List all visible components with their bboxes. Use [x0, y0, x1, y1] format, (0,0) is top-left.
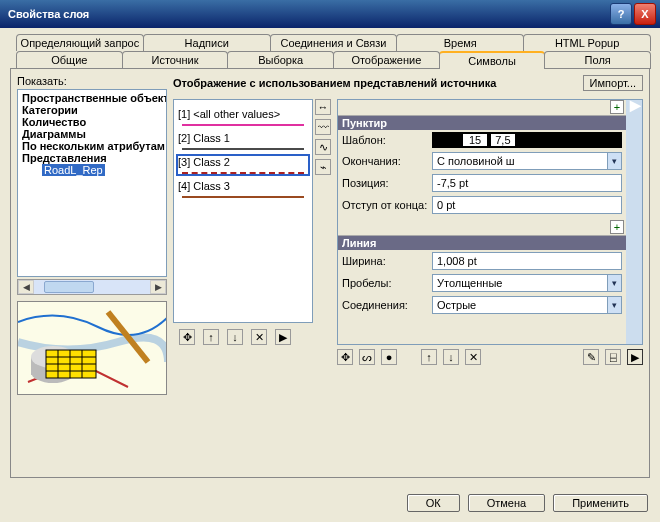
joins-field[interactable]: ▾ — [432, 296, 622, 314]
show-label: Показать: — [17, 75, 167, 87]
rule-item-1[interactable]: [1] <all other values> — [178, 108, 308, 126]
add-section2-button[interactable]: + — [610, 220, 624, 234]
position-field[interactable] — [432, 174, 622, 192]
tree-item-charts[interactable]: Диаграммы — [20, 128, 164, 140]
tree-item-quantities[interactable]: Количество — [20, 116, 164, 128]
tool-effect1[interactable]: ᔕ — [359, 349, 375, 365]
dropdown-icon[interactable]: ▾ — [607, 153, 621, 169]
rule-up-button[interactable]: ↑ — [203, 329, 219, 345]
rule-item-2[interactable]: [2] Class 1 — [178, 132, 308, 150]
tree-item-features[interactable]: Пространственные объекты — [20, 92, 164, 104]
rule-item-4[interactable]: [4] Class 3 — [178, 180, 308, 198]
layer-tool-2[interactable]: 〰 — [315, 119, 331, 135]
tree-subitem-roadl[interactable]: RoadL_Rep — [42, 164, 105, 176]
dropdown-icon[interactable]: ▾ — [607, 275, 621, 291]
scroll-left-icon[interactable]: ◀ — [18, 280, 34, 294]
template-field[interactable]: 15 7,5 — [432, 132, 622, 148]
rules-list[interactable]: [1] <all other values> [2] Class 1 [3] C… — [173, 99, 313, 323]
gaps-field[interactable]: ▾ — [432, 274, 622, 292]
panel-heading: Отображение с использованием представлен… — [173, 77, 583, 89]
tree-item-representations[interactable]: Представления — [20, 152, 164, 164]
layer-tool-4[interactable]: ⌁ — [315, 159, 331, 175]
template-label: Шаблон: — [342, 134, 432, 146]
width-label: Ширина: — [342, 255, 432, 267]
titlebar: Свойства слоя ? X — [0, 0, 660, 28]
tab-fields[interactable]: Поля — [544, 51, 651, 69]
dropdown-icon[interactable]: ▾ — [607, 297, 621, 313]
gaps-label: Пробелы: — [342, 277, 432, 289]
rule-2-swatch — [182, 148, 304, 150]
ok-button[interactable]: ОК — [407, 494, 460, 512]
joins-label: Соединения: — [342, 299, 432, 311]
scroll-thumb[interactable] — [44, 281, 94, 293]
tree-item-multiattr[interactable]: По нескольким атрибутам — [20, 140, 164, 152]
layer-tool-1[interactable]: ↔ — [315, 99, 331, 115]
tool-effect2[interactable]: ● — [381, 349, 397, 365]
tabs-row-lower: Общие Источник Выборка Отображение Симво… — [16, 51, 650, 69]
tabs-row-upper: Определяющий запрос Надписи Соединения и… — [16, 34, 650, 51]
tool-up-button[interactable]: ↑ — [421, 349, 437, 365]
layer-tool-3[interactable]: ∿ — [315, 139, 331, 155]
rule-down-button[interactable]: ↓ — [227, 329, 243, 345]
pencil-icon[interactable]: ✎ — [583, 349, 599, 365]
cancel-button[interactable]: Отмена — [468, 494, 545, 512]
tree-item-categories[interactable]: Категории — [20, 104, 164, 116]
tab-html-popup[interactable]: HTML Popup — [523, 34, 651, 51]
tab-joins[interactable]: Соединения и Связи — [270, 34, 398, 51]
props-scrollbar[interactable] — [626, 100, 642, 344]
width-field[interactable] — [432, 252, 622, 270]
offset-field[interactable] — [432, 196, 622, 214]
offset-label: Отступ от конца: — [342, 199, 432, 211]
tree-scrollbar[interactable]: ◀ ▶ — [17, 279, 167, 295]
endings-field[interactable]: ▾ — [432, 152, 622, 170]
window-title: Свойства слоя — [8, 8, 608, 20]
tab-symbols[interactable]: Символы — [439, 51, 546, 69]
tool-delete-button[interactable]: ✕ — [465, 349, 481, 365]
import-button[interactable]: Импорт... — [583, 75, 643, 91]
tab-selection[interactable]: Выборка — [227, 51, 334, 69]
section-dashes-title: Пунктир — [342, 117, 387, 129]
tab-labels[interactable]: Надписи — [143, 34, 271, 51]
section-line-title: Линия — [342, 237, 376, 249]
add-section1-button[interactable]: + — [610, 100, 624, 114]
tool-add-layer[interactable]: ✥ — [337, 349, 353, 365]
db-icon[interactable]: ⌸ — [605, 349, 621, 365]
tool-down-button[interactable]: ↓ — [443, 349, 459, 365]
tab-display[interactable]: Отображение — [333, 51, 440, 69]
preview-image — [17, 301, 167, 395]
endings-label: Окончания: — [342, 155, 432, 167]
tool-play-button[interactable]: ▶ — [627, 349, 643, 365]
tab-definition-query[interactable]: Определяющий запрос — [16, 34, 144, 51]
apply-button[interactable]: Применить — [553, 494, 648, 512]
scroll-right-icon[interactable]: ▶ — [150, 280, 166, 294]
rule-move-button[interactable]: ✥ — [179, 329, 195, 345]
rule-3-swatch — [182, 172, 304, 174]
rule-item-3[interactable]: [3] Class 2 — [178, 156, 308, 174]
show-tree[interactable]: Пространственные объекты Категории Колич… — [17, 89, 167, 277]
rule-delete-button[interactable]: ✕ — [251, 329, 267, 345]
rule-play-button[interactable]: ▶ — [275, 329, 291, 345]
position-label: Позиция: — [342, 177, 432, 189]
tab-general[interactable]: Общие — [16, 51, 123, 69]
close-icon[interactable]: X — [634, 3, 656, 25]
rule-1-swatch — [182, 124, 304, 126]
help-icon[interactable]: ? — [610, 3, 632, 25]
rule-4-swatch — [182, 196, 304, 198]
properties-grid: + Пунктир ▶ Шаблон: 15 7,5 Око — [338, 100, 626, 344]
tab-time[interactable]: Время — [396, 34, 524, 51]
tab-source[interactable]: Источник — [122, 51, 229, 69]
